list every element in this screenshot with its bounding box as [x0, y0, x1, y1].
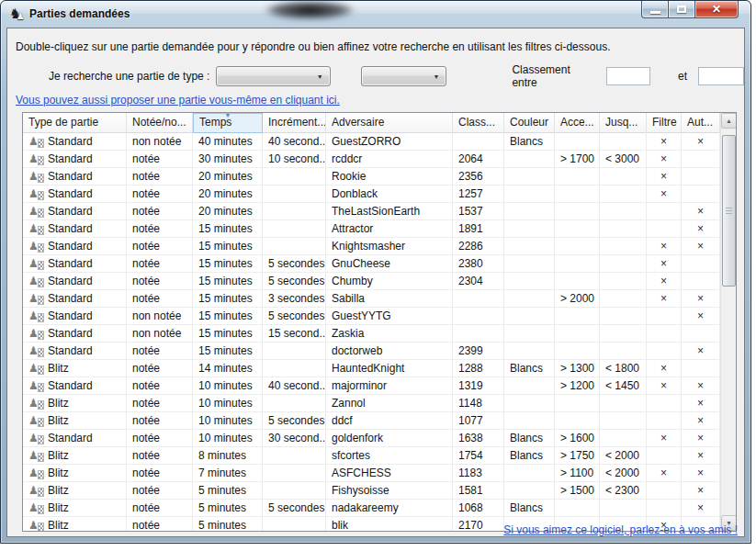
window-title: Parties demandées — [29, 7, 130, 20]
close-button[interactable]: ✕ — [695, 1, 739, 18]
titlebar[interactable]: ♞♟ Parties demandées ✕ — [1, 1, 750, 28]
share-app-link[interactable]: Si vous aimez ce logiciel, parlez-en à v… — [503, 523, 738, 536]
column-header-type[interactable]: Type de partie — [23, 113, 127, 133]
minimize-button[interactable] — [641, 1, 669, 18]
cell-time: 15 minutes — [193, 273, 263, 290]
cell-rating: 1319 — [453, 377, 504, 395]
cell-auto — [682, 325, 720, 343]
table-row[interactable]: ♟Blitznotée10 minutes5 secondesddcf1077× — [23, 412, 722, 430]
table-row[interactable]: ♟Standardnotée10 minutes40 second...majo… — [23, 377, 722, 395]
column-header-color[interactable]: Couleur — [504, 113, 555, 133]
cell-color — [504, 290, 555, 308]
table-row[interactable]: ♟Standardnotée15 minutes5 secondesChumby… — [23, 273, 722, 290]
table-row[interactable]: ♟Standardnotée15 minutesdoctorweb2399× — [23, 343, 722, 360]
cell-increment: 15 second... — [263, 325, 326, 343]
table-row[interactable]: ♟Standardnotée15 minutesKnightsmasher228… — [23, 238, 722, 255]
game-type-text: Blitz — [48, 414, 69, 427]
table-row[interactable]: ♟Standardnotée15 minutes5 secondesGnuChe… — [23, 255, 722, 273]
table-row[interactable]: ♟Blitznotée5 minutesFishysoisse1581> 150… — [23, 482, 722, 500]
table-row[interactable]: ♟Standardnon notée40 minutes40 second...… — [23, 133, 722, 151]
cell-opponent: HauntedKnight — [326, 360, 453, 377]
cell-opponent: Sabilla — [326, 290, 453, 308]
cell-filter: × — [647, 377, 682, 395]
column-header-opponent[interactable]: Adversaire — [326, 113, 453, 133]
column-header-filter[interactable]: Filtre — [647, 113, 682, 133]
cell-accept-to — [600, 290, 647, 308]
cell-rated: non notée — [127, 133, 193, 151]
cell-increment: 5 secondes — [263, 273, 326, 290]
column-header-increment[interactable]: Incrément... — [263, 113, 326, 133]
cell-auto: × — [682, 395, 720, 412]
column-header-accept-to[interactable]: Jusq... — [600, 113, 647, 133]
game-type-select[interactable]: ▼ — [216, 66, 330, 86]
cell-accept-to — [600, 308, 647, 325]
cell-type: ♟Blitz — [23, 517, 127, 532]
instruction-text: Double-cliquez sur une partie demandée p… — [16, 40, 610, 53]
table-row[interactable]: ♟Standardnotée20 minutesTheLastSionEarth… — [23, 203, 722, 220]
scrollbar-thumb[interactable] — [722, 135, 736, 287]
table-row[interactable]: ♟Blitznotée7 minutesASFCHESS1183> 1100< … — [23, 465, 722, 482]
cell-accept-to — [600, 186, 647, 203]
cell-color — [504, 412, 555, 430]
cell-type: ♟Standard — [23, 186, 127, 203]
cell-color — [504, 377, 555, 395]
cell-increment: 5 secondes — [263, 412, 326, 430]
column-header-accept-from[interactable]: Acce... — [555, 113, 600, 133]
cell-filter — [647, 343, 682, 360]
vertical-scrollbar[interactable]: ▲ ▼ — [720, 113, 736, 531]
cell-filter — [647, 395, 682, 412]
propose-game-link[interactable]: Vous pouvez aussi proposer une partie vo… — [16, 94, 340, 107]
table-row[interactable]: ♟Standardnon notée15 minutes5 secondesGu… — [23, 308, 722, 325]
cell-accept-from — [555, 273, 600, 290]
cell-auto — [682, 151, 720, 168]
cell-color: Blancs — [504, 360, 555, 377]
table-row[interactable]: ♟Blitznotée8 minutessfcortes1754Blancs> … — [23, 447, 722, 465]
cell-color — [504, 186, 555, 203]
rating-min-input[interactable] — [606, 67, 650, 85]
table-row[interactable]: ♟Standardnotée15 minutesAttractor1891× — [23, 220, 722, 238]
cell-accept-to: < 1800 — [600, 360, 647, 377]
table-row[interactable]: ♟Blitznotée10 minutesZannol1148× — [23, 395, 722, 412]
column-header-time[interactable]: ▼Temps — [193, 113, 263, 133]
cell-accept-from: > 1750 — [555, 447, 600, 465]
table-row[interactable]: ♟Standardnon notée15 minutes15 second...… — [23, 325, 722, 343]
cell-increment — [263, 360, 326, 377]
cell-rating: 2356 — [453, 168, 504, 186]
cell-filter: × — [647, 133, 682, 151]
column-header-auto[interactable]: Aut... — [682, 113, 720, 133]
cell-accept-to — [600, 255, 647, 273]
cell-type: ♟Standard — [23, 325, 127, 343]
time-control-select[interactable]: ▼ — [361, 66, 447, 86]
table-row[interactable]: ♟Standardnotée15 minutes3 secondesSabill… — [23, 290, 722, 308]
cell-filter: × — [647, 430, 682, 447]
maximize-button[interactable] — [669, 1, 695, 18]
game-type-text: Standard — [48, 170, 93, 183]
cell-color — [504, 465, 555, 482]
pawn-board-icon: ♟ — [28, 449, 44, 462]
table-row[interactable]: ♟Standardnotée20 minutesDonblack1257× — [23, 186, 722, 203]
cell-auto — [682, 360, 720, 377]
column-header-rating[interactable]: Class... — [453, 113, 504, 133]
rating-max-input[interactable] — [698, 67, 744, 85]
cell-rated: non notée — [127, 325, 193, 343]
pawn-board-icon: ♟ — [28, 205, 44, 218]
maximize-icon — [677, 6, 686, 13]
table-row[interactable]: ♟Blitznotée5 minutes5 secondesnadakareem… — [23, 500, 722, 517]
cell-color: Blancs — [504, 447, 555, 465]
cell-type: ♟Blitz — [23, 395, 127, 412]
table-row[interactable]: ♟Blitznotée14 minutesHauntedKnight1288Bl… — [23, 360, 722, 377]
cell-increment: 40 second... — [263, 377, 326, 395]
table-row[interactable]: ♟Standardnotée10 minutes30 second...gold… — [23, 430, 722, 447]
cell-increment: 30 second... — [263, 430, 326, 447]
scroll-up-button[interactable]: ▲ — [721, 113, 737, 129]
pawn-board-icon: ♟ — [28, 187, 44, 200]
pawn-board-icon: ♟ — [28, 135, 44, 148]
cell-color — [504, 325, 555, 343]
cell-filter: × — [647, 186, 682, 203]
cell-rating: 1068 — [453, 500, 504, 517]
table-row[interactable]: ♟Standardnotée20 minutesRookie2356× — [23, 168, 722, 186]
column-header-rated[interactable]: Notée/no... — [127, 113, 193, 133]
game-type-text: Standard — [48, 222, 93, 235]
cell-accept-from — [555, 412, 600, 430]
table-row[interactable]: ♟Standardnotée30 minutes10 second...rcdd… — [23, 151, 722, 168]
